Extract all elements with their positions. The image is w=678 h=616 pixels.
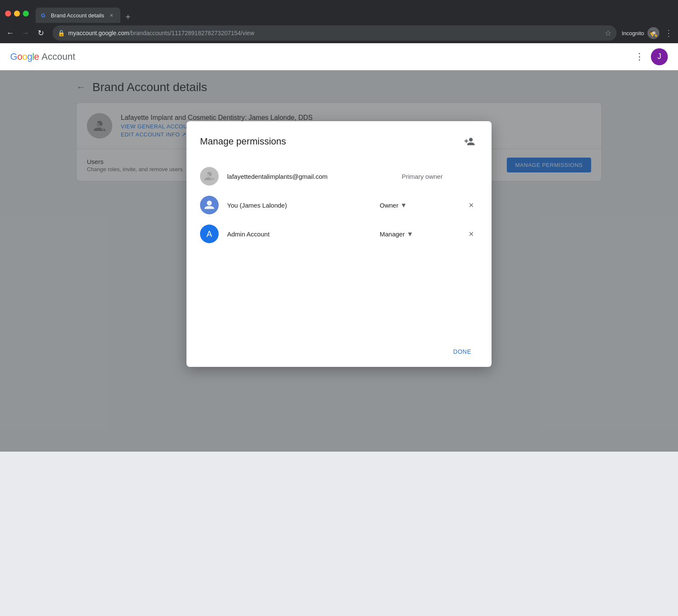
role-dropdown-arrow[interactable]: ▾: [402, 200, 406, 210]
done-button[interactable]: DONE: [447, 345, 478, 358]
navigation-bar: ← → ↻ 🔒 myaccount.google.com/brandaccoun…: [0, 23, 678, 43]
new-tab-button[interactable]: +: [122, 11, 134, 23]
page-body: Google Account ⋮ J ← Brand Account detai…: [0, 43, 678, 616]
dialog-user-list: lafayettedentalimplants@gmail.com Primar…: [200, 162, 478, 338]
add-people-button[interactable]: [461, 133, 478, 150]
incognito-icon: 🕵: [647, 27, 659, 39]
user-role-section: Owner ▾: [380, 200, 456, 210]
nav-right-controls: Incognito 🕵 ⋮: [622, 26, 675, 40]
dialog-title: Manage permissions: [200, 136, 286, 147]
user-avatar: [200, 196, 219, 214]
google-logo: Google Account: [10, 51, 75, 62]
user-row: lafayettedentalimplants@gmail.com Primar…: [200, 162, 478, 191]
manage-permissions-dialog: Manage permissions: [186, 121, 492, 367]
refresh-button[interactable]: ↻: [34, 26, 47, 40]
browser-chrome: G Brand Account details × + ← → ↻ 🔒 myac…: [0, 0, 678, 43]
close-window-button[interactable]: [5, 11, 11, 17]
user-email: lafayettedentalimplants@gmail.com: [227, 173, 393, 180]
lock-icon: 🔒: [58, 30, 65, 36]
google-logo-text: Google: [10, 51, 39, 62]
dialog-header: Manage permissions: [200, 133, 478, 150]
role-dropdown-arrow[interactable]: ▾: [408, 229, 412, 239]
address-bar[interactable]: 🔒 myaccount.google.com/brandaccounts/111…: [53, 25, 617, 41]
forward-button[interactable]: →: [19, 26, 32, 40]
user-role-label: Manager: [380, 230, 405, 238]
user-role-section: Primary owner: [402, 173, 478, 180]
back-button[interactable]: ←: [3, 26, 17, 40]
account-label: Account: [42, 51, 75, 62]
tab-title: Brand Account details: [51, 12, 104, 19]
header-more-button[interactable]: ⋮: [635, 51, 644, 62]
bookmark-button[interactable]: ☆: [605, 28, 611, 38]
user-avatar-button[interactable]: J: [651, 48, 668, 65]
active-tab[interactable]: G Brand Account details ×: [36, 8, 120, 23]
user-row: A Admin Account Manager ▾ ×: [200, 219, 478, 248]
maximize-window-button[interactable]: [23, 11, 29, 17]
svg-text:G: G: [41, 12, 45, 19]
remove-user-button[interactable]: ×: [464, 198, 478, 212]
dialog-footer: DONE: [200, 338, 478, 358]
user-avatar: A: [200, 225, 219, 243]
user-email: You (James Lalonde): [227, 202, 371, 209]
google-account-header: Google Account ⋮ J: [0, 43, 678, 70]
user-avatar: [200, 167, 219, 186]
modal-overlay: Manage permissions: [0, 70, 678, 452]
tab-favicon: G: [41, 12, 47, 19]
browser-more-button[interactable]: ⋮: [663, 26, 675, 40]
user-email: Admin Account: [227, 230, 371, 238]
user-role-label: Owner: [380, 202, 398, 209]
user-role-label: Primary owner: [402, 173, 443, 180]
incognito-label: Incognito: [622, 30, 644, 36]
svg-point-5: [207, 201, 212, 206]
page-content-area: ← Brand Account details Lafayette Implan…: [0, 70, 678, 181]
traffic-lights: [5, 11, 29, 17]
avatar-letter: A: [206, 229, 212, 239]
user-row: You (James Lalonde) Owner ▾ ×: [200, 191, 478, 219]
header-right: ⋮ J: [635, 48, 668, 65]
remove-user-button[interactable]: ×: [464, 227, 478, 241]
url-text: myaccount.google.com/brandaccounts/11172…: [68, 30, 601, 36]
tab-close-button[interactable]: ×: [108, 11, 115, 19]
minimize-window-button[interactable]: [14, 11, 20, 17]
user-role-section: Manager ▾: [380, 229, 456, 239]
